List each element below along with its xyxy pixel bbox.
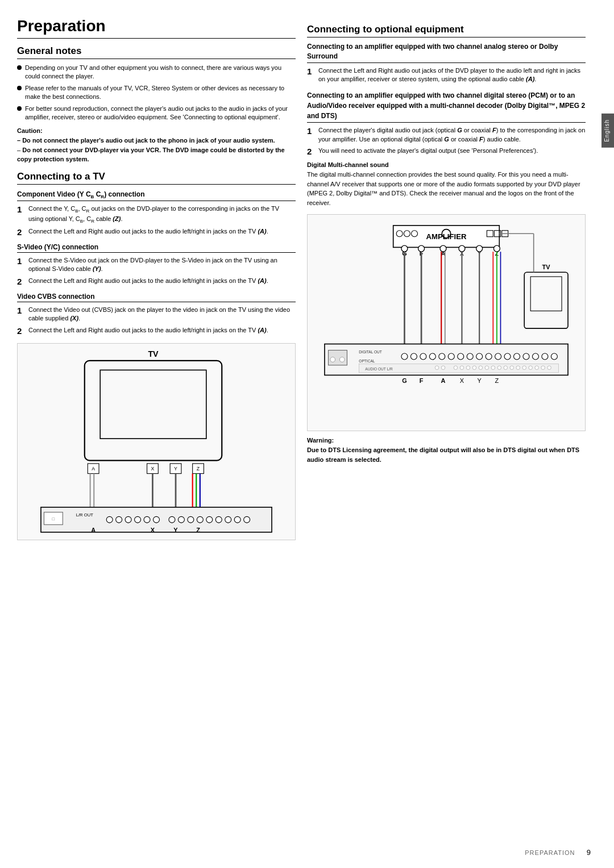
step-item: 1 Connect the S-Video out jack on the DV…: [17, 256, 296, 274]
svg-point-26: [144, 516, 150, 523]
svg-point-110: [460, 366, 464, 370]
svg-point-88: [458, 353, 464, 360]
svg-text:AUDIO OUT L/R: AUDIO OUT L/R: [365, 367, 393, 371]
svg-point-25: [135, 516, 141, 523]
svg-text:X: X: [151, 526, 155, 533]
amp-analog-heading: Connecting to an amplifier equipped with…: [307, 42, 586, 63]
component-video-heading: Component Video (Y CB CR) connection: [17, 190, 296, 201]
svg-point-95: [523, 353, 529, 360]
svg-point-64: [459, 245, 465, 252]
right-column: Connecting to optional equipment Connect…: [307, 17, 586, 851]
svg-point-97: [542, 353, 548, 360]
svg-point-22: [106, 516, 113, 523]
svg-point-111: [466, 366, 470, 370]
svg-point-92: [495, 353, 501, 360]
side-tab-english: English: [601, 114, 614, 148]
svg-point-107: [435, 366, 439, 370]
svg-point-98: [551, 353, 557, 360]
svg-point-87: [448, 353, 454, 360]
svg-point-82: [401, 353, 408, 360]
warning-box: Warning: Due to DTS Licensing agreement,…: [307, 437, 586, 464]
amplifier-diagram: AMPLIFIER TV: [307, 214, 586, 431]
svg-text:X: X: [460, 377, 464, 384]
step-item: 2 Connect the Left and Right audio out j…: [17, 227, 296, 237]
svg-text:TV: TV: [542, 264, 551, 270]
svg-point-115: [491, 366, 495, 370]
svg-point-122: [535, 366, 539, 370]
svg-point-94: [514, 353, 520, 360]
svg-text:OPTICAL: OPTICAL: [359, 360, 375, 364]
bullet-icon: [17, 86, 22, 90]
svg-point-124: [547, 366, 551, 370]
svg-point-35: [234, 516, 240, 523]
svg-point-23: [116, 516, 122, 523]
svg-rect-51: [524, 272, 568, 328]
svg-text:Y: Y: [478, 377, 482, 384]
svg-text:DIGITAL OUT: DIGITAL OUT: [359, 350, 382, 354]
svg-point-119: [516, 366, 520, 370]
warning-title: Warning:: [307, 437, 586, 444]
svg-point-78: [330, 357, 335, 362]
svg-point-90: [476, 353, 483, 360]
step-item: 2 Connect the Left and Right audio out j…: [17, 326, 296, 336]
caution-box: Caution: – Do not connect the player's a…: [17, 127, 296, 164]
svg-point-112: [472, 366, 476, 370]
svg-text:□: □: [52, 516, 55, 521]
svg-text:Y: Y: [173, 526, 178, 533]
list-item: Please refer to the manuals of your TV, …: [17, 84, 296, 102]
svg-text:A: A: [441, 377, 446, 384]
svg-text:F: F: [420, 377, 424, 384]
list-item: Depending on your TV and other equipment…: [17, 64, 296, 81]
step-item: 1 Connect the Video out (CVBS) jack on t…: [17, 306, 296, 323]
svg-point-109: [454, 366, 458, 370]
page-title: Preparation: [17, 17, 296, 39]
svg-point-116: [497, 366, 501, 370]
svg-point-62: [418, 245, 425, 252]
svg-point-85: [429, 353, 435, 360]
svg-point-31: [197, 516, 203, 523]
step-item: 2 You will need to activate the player's…: [307, 147, 586, 157]
svg-point-34: [225, 516, 231, 523]
svg-point-118: [510, 366, 514, 370]
svg-point-66: [493, 245, 500, 252]
video-cvbs-steps: 1 Connect the Video out (CVBS) jack on t…: [17, 306, 296, 336]
amp-digital-heading: Connecting to an amplifier equipped with…: [307, 90, 586, 123]
svg-text:G: G: [402, 377, 407, 384]
svg-point-24: [125, 516, 131, 523]
svg-point-83: [410, 353, 417, 360]
caution-title: Caution:: [17, 127, 296, 134]
svg-text:A: A: [91, 526, 96, 533]
svg-point-65: [476, 245, 483, 252]
svg-point-84: [420, 353, 426, 360]
general-notes-list: Depending on your TV and other equipment…: [17, 64, 296, 122]
component-video-steps: 1 Connect the Y, CB, CR out jacks on the…: [17, 205, 296, 237]
svg-point-28: [169, 516, 175, 523]
step-item: 1 Connect the player's digital audio out…: [307, 126, 586, 144]
step-item: 2 Connect the Left and Right audio out j…: [17, 277, 296, 287]
svg-point-108: [441, 366, 445, 370]
svg-point-91: [486, 353, 492, 360]
svg-point-86: [439, 353, 445, 360]
video-cvbs-heading: Video CVBS connection: [17, 293, 296, 302]
svg-point-120: [522, 366, 526, 370]
svg-point-29: [178, 516, 184, 523]
svg-point-93: [504, 353, 511, 360]
general-notes-heading: General notes: [17, 45, 296, 59]
left-column: Preparation General notes Depending on y…: [17, 17, 296, 851]
svg-point-33: [215, 516, 222, 523]
svg-point-117: [504, 366, 508, 370]
footer-label: Preparation: [525, 849, 575, 856]
svg-point-79: [339, 357, 345, 362]
svg-text:X: X: [151, 466, 154, 471]
dmc-text: The digital multi-channel connection pro…: [307, 170, 586, 207]
svg-text:AMPLIFIER: AMPLIFIER: [426, 232, 467, 241]
svideo-heading: S-Video (Y/C) connection: [17, 243, 296, 253]
svg-point-61: [401, 245, 408, 252]
svg-rect-52: [530, 277, 562, 311]
bullet-icon: [17, 106, 22, 111]
svg-rect-1: [85, 361, 222, 461]
svg-point-27: [154, 516, 160, 523]
svg-text:Z: Z: [197, 466, 200, 471]
svg-point-30: [188, 516, 194, 523]
svg-point-89: [467, 353, 473, 360]
